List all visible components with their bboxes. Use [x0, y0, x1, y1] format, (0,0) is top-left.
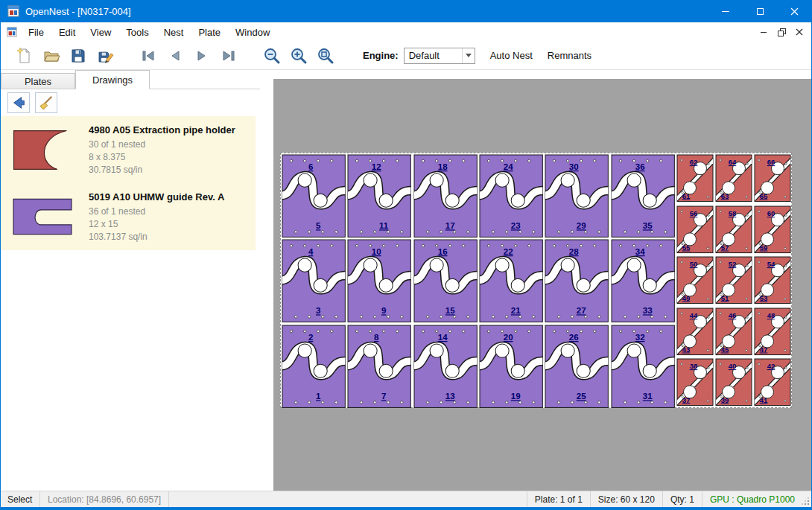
- tab-drawings[interactable]: Drawings: [75, 70, 150, 89]
- drawing-list-item[interactable]: 4980 A05 Extraction pipe holder 30 of 1 …: [1, 116, 256, 183]
- nest-cell[interactable]: 87: [346, 324, 412, 409]
- part-number: 54: [767, 260, 775, 268]
- part-number: 36: [635, 162, 644, 171]
- main-toolbar: Engine: Default Auto Nest Remnants: [1, 42, 811, 70]
- next-plate-icon: [193, 47, 211, 65]
- part-number: 63: [721, 191, 729, 200]
- nest-cell[interactable]: 43: [281, 238, 346, 323]
- nest-canvas[interactable]: 6512111817242330293635431091615222128273…: [260, 70, 811, 491]
- first-plate-button[interactable]: [135, 45, 162, 67]
- content-area: Plates Drawings: [1, 70, 811, 491]
- menu-nest[interactable]: Nest: [156, 24, 191, 41]
- nest-cell[interactable]: 21: [281, 324, 346, 409]
- status-mode: Select: [1, 491, 39, 507]
- nest-cell[interactable]: 5655: [676, 205, 714, 256]
- nest-cell[interactable]: 3231: [610, 324, 676, 409]
- save-as-button[interactable]: [92, 45, 118, 67]
- nest-cell[interactable]: 2423: [478, 153, 544, 238]
- part-number: 26: [569, 333, 579, 342]
- nest-cell[interactable]: 3837: [676, 357, 714, 409]
- nest-cell[interactable]: 3029: [544, 153, 609, 238]
- tab-plates[interactable]: Plates: [1, 73, 75, 89]
- maximize-button[interactable]: [743, 0, 777, 22]
- close-button[interactable]: [777, 0, 811, 22]
- nest-cell[interactable]: 1817: [413, 153, 478, 238]
- chevron-down-icon[interactable]: [462, 48, 475, 63]
- previous-plate-button[interactable]: [162, 45, 188, 67]
- menu-window[interactable]: Window: [228, 24, 277, 41]
- nest-cell[interactable]: 4241: [753, 357, 792, 409]
- minimize-button[interactable]: [708, 0, 743, 22]
- workspace[interactable]: 6512111817242330293635431091615222128273…: [273, 79, 811, 491]
- nest-cell[interactable]: 6463: [714, 153, 753, 205]
- nest-cell[interactable]: 4847: [753, 307, 792, 358]
- menu-file[interactable]: File: [21, 24, 51, 41]
- nest-cell[interactable]: 1413: [413, 324, 478, 409]
- nest-cell[interactable]: 109: [346, 238, 412, 323]
- menu-edit[interactable]: Edit: [51, 24, 83, 41]
- red-part-pair: 6059: [753, 205, 792, 256]
- nest-plate[interactable]: 6512111817242330293635431091615222128273…: [280, 153, 792, 408]
- back-arrow-button[interactable]: [7, 92, 30, 113]
- menubar: File Edit View Tools Nest Plate Window: [1, 22, 811, 42]
- new-button[interactable]: [11, 45, 38, 67]
- part-number: 48: [767, 311, 775, 319]
- part-number: 29: [577, 221, 586, 230]
- part-number: 57: [721, 243, 729, 251]
- purple-part-pair: 2019: [478, 324, 544, 409]
- part-title: 4980 A05 Extraction pipe holder: [89, 124, 235, 136]
- last-plate-button[interactable]: [215, 45, 242, 67]
- resize-grip[interactable]: [802, 491, 811, 507]
- open-button[interactable]: [38, 45, 65, 67]
- app-icon: [7, 5, 19, 17]
- mdi-close-button[interactable]: [791, 25, 808, 39]
- nest-cell[interactable]: 3433: [610, 238, 676, 323]
- part-number: 3: [316, 307, 320, 316]
- nest-cell[interactable]: 4645: [714, 307, 753, 358]
- nest-cell[interactable]: 1615: [413, 238, 478, 323]
- part-number: 23: [511, 221, 521, 230]
- menu-view[interactable]: View: [83, 24, 118, 41]
- status-size: Size: 60 x 120: [591, 491, 662, 507]
- zoom-in-button[interactable]: [285, 45, 312, 67]
- save-button[interactable]: [65, 45, 92, 67]
- zoom-out-button[interactable]: [258, 45, 285, 67]
- auto-nest-button[interactable]: Auto Nest: [490, 50, 533, 61]
- tab-plates-label: Plates: [25, 76, 51, 87]
- nest-cell[interactable]: 5453: [753, 255, 792, 307]
- nest-cell[interactable]: 2221: [478, 238, 544, 323]
- broom-button[interactable]: [35, 92, 57, 113]
- part-number: 39: [721, 396, 729, 404]
- nest-cell[interactable]: 2019: [478, 324, 544, 409]
- nest-cell[interactable]: 2625: [544, 324, 609, 409]
- drawing-list-item[interactable]: 5019 A10 UHMW guide Rev. A 36 of 1 neste…: [1, 183, 256, 250]
- nest-cell[interactable]: 4039: [714, 357, 753, 409]
- nest-cell[interactable]: 5049: [676, 255, 714, 307]
- menu-plate[interactable]: Plate: [191, 24, 228, 41]
- open-folder-icon: [42, 47, 60, 65]
- part-number: 17: [445, 221, 454, 230]
- nest-cell[interactable]: 2827: [544, 238, 609, 323]
- nest-cell[interactable]: 65: [281, 153, 346, 238]
- next-plate-button[interactable]: [188, 45, 215, 67]
- nest-cell[interactable]: 5857: [714, 205, 753, 256]
- zoom-fit-button[interactable]: [312, 45, 339, 67]
- part-number: 51: [721, 294, 729, 302]
- part-number: 6: [308, 162, 313, 171]
- nest-cell[interactable]: 1211: [346, 153, 412, 238]
- nest-cell[interactable]: 6261: [676, 153, 714, 205]
- nest-cell[interactable]: 6059: [753, 205, 792, 256]
- maximize-icon: [757, 8, 764, 15]
- menu-tools[interactable]: Tools: [118, 24, 156, 41]
- nest-cell[interactable]: 4443: [676, 307, 714, 358]
- engine-select[interactable]: Default: [404, 48, 475, 64]
- remnants-button[interactable]: Remnants: [548, 50, 591, 61]
- nest-cell[interactable]: 6665: [753, 153, 792, 205]
- part-number: 1: [316, 392, 321, 401]
- mdi-restore-button[interactable]: [773, 25, 790, 39]
- mdi-minimize-button[interactable]: [755, 25, 772, 39]
- document-icon: [7, 27, 17, 37]
- new-document-icon: [16, 47, 34, 65]
- nest-cell[interactable]: 5251: [714, 255, 753, 307]
- nest-cell[interactable]: 3635: [610, 153, 676, 238]
